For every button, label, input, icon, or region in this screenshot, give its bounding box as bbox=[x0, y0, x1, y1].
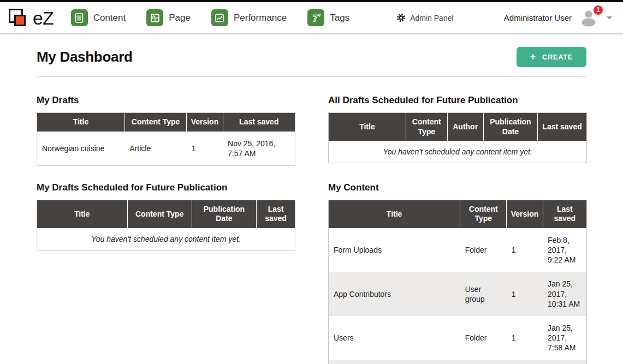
gear-icon bbox=[396, 13, 406, 22]
user-name: Administrator User bbox=[504, 13, 572, 22]
table-cell: User group bbox=[460, 272, 507, 316]
table-cell: 1 bbox=[507, 360, 543, 364]
table-header-row: TitleContent TypeVersionLast saved bbox=[37, 113, 295, 132]
table-row[interactable]: AppFolder1Jan 25, 2017, 7:55 AM bbox=[329, 360, 587, 364]
column-header: Publication Date bbox=[483, 113, 537, 141]
my-drafts-scheduled-panel: My Drafts Scheduled for Future Publicati… bbox=[37, 182, 295, 250]
page-header: My Dashboard + CREATE bbox=[37, 34, 586, 76]
content-icon bbox=[71, 9, 88, 26]
column-header: Last saved bbox=[223, 113, 295, 132]
menu-item-page[interactable]: Page bbox=[146, 9, 191, 26]
table-header-row: TitleContent TypeVersionLast saved bbox=[329, 200, 587, 228]
ez-logo-icon bbox=[8, 7, 29, 29]
table-empty-row: You haven't scheduled any content item y… bbox=[37, 228, 295, 250]
table-row[interactable]: Form UploadsFolder1Feb 8, 2017, 9:22 AM bbox=[329, 228, 587, 272]
table-cell: Folder bbox=[460, 360, 507, 364]
panel-title: My Content bbox=[328, 182, 587, 193]
table-cell: 1 bbox=[507, 316, 543, 360]
table-cell: Norwegian cuisine bbox=[37, 132, 125, 166]
column-header: Content Type bbox=[127, 200, 192, 228]
column-header: Content Type bbox=[406, 113, 447, 141]
panel-title: All Drafts Scheduled for Future Publicat… bbox=[328, 95, 587, 106]
my-drafts-panel: My Drafts TitleContent TypeVersionLast s… bbox=[37, 95, 295, 166]
my-drafts-scheduled-table: TitleContent TypePublication DateLast sa… bbox=[37, 200, 295, 250]
admin-panel-link[interactable]: Admin Panel bbox=[396, 13, 453, 22]
create-button[interactable]: + CREATE bbox=[517, 47, 586, 67]
column-header: Last saved bbox=[257, 200, 295, 228]
menu-item-tags[interactable]: Tags bbox=[307, 9, 349, 26]
menu-item-label: Tags bbox=[330, 13, 349, 23]
avatar[interactable]: 1 bbox=[579, 9, 599, 27]
my-drafts-table: TitleContent TypeVersionLast savedNorweg… bbox=[37, 112, 295, 166]
column-header: Author bbox=[447, 113, 483, 141]
panel-title: My Drafts Scheduled for Future Publicati… bbox=[37, 182, 295, 193]
column-header: Last saved bbox=[543, 200, 586, 228]
user-menu[interactable]: Administrator User 1 bbox=[504, 9, 612, 27]
my-content-table: TitleContent TypeVersionLast savedForm U… bbox=[328, 200, 587, 364]
table-cell: 1 bbox=[507, 272, 543, 316]
column-header: Last saved bbox=[538, 113, 587, 141]
performance-icon bbox=[211, 9, 228, 26]
tags-icon bbox=[307, 9, 324, 26]
table-row[interactable]: App ContributorsUser group1Jan 25, 2017,… bbox=[329, 272, 587, 316]
notification-badge[interactable]: 1 bbox=[593, 5, 603, 15]
menu-item-performance[interactable]: Performance bbox=[211, 9, 287, 26]
table-header-row: TitleContent TypeAuthorPublication DateL… bbox=[329, 113, 587, 141]
page-title: My Dashboard bbox=[37, 49, 133, 65]
column-header: Version bbox=[187, 113, 223, 132]
column-header: Title bbox=[329, 113, 406, 141]
table-cell: Users bbox=[329, 316, 460, 360]
chevron-down-icon bbox=[607, 16, 612, 20]
table-cell: Jan 25, 2017, 7:55 AM bbox=[543, 360, 586, 364]
my-content-panel: My Content TitleContent TypeVersionLast … bbox=[328, 182, 587, 364]
menu-item-label: Page bbox=[169, 13, 191, 23]
table-cell: Folder bbox=[460, 316, 507, 360]
all-drafts-scheduled-table: TitleContent TypeAuthorPublication DateL… bbox=[328, 112, 587, 163]
column-header: Version bbox=[507, 200, 543, 228]
column-header: Title bbox=[37, 113, 125, 132]
table-cell: Jan 25, 2017, 7:58 AM bbox=[543, 316, 586, 360]
all-drafts-scheduled-panel: All Drafts Scheduled for Future Publicat… bbox=[328, 95, 587, 163]
table-cell: 1 bbox=[187, 132, 223, 166]
menu-item-content[interactable]: Content bbox=[71, 9, 126, 26]
table-cell: Folder bbox=[460, 228, 507, 272]
create-button-label: CREATE bbox=[542, 53, 573, 61]
ez-logo[interactable]: eZ bbox=[8, 7, 54, 29]
top-navigation-bar: eZ Content Pag bbox=[0, 0, 623, 34]
main-menu: Content Page Performance bbox=[71, 9, 350, 26]
column-header: Publication Date bbox=[192, 200, 256, 228]
ez-logo-text: eZ bbox=[33, 9, 54, 27]
table-cell: App Contributors bbox=[329, 272, 460, 316]
table-cell: Nov 25, 2016, 7:57 AM bbox=[223, 132, 295, 166]
dashboard-grid: My Drafts TitleContent TypeVersionLast s… bbox=[37, 95, 586, 364]
table-empty-row: You haven't scheduled any content item y… bbox=[329, 141, 587, 163]
table-cell: Form Uploads bbox=[329, 228, 460, 272]
column-header: Content Type bbox=[460, 200, 507, 228]
page-icon bbox=[146, 9, 163, 26]
admin-panel-label: Admin Panel bbox=[410, 14, 453, 22]
plus-icon: + bbox=[530, 53, 536, 61]
empty-message: You haven't scheduled any content item y… bbox=[329, 141, 587, 163]
panel-title: My Drafts bbox=[37, 95, 295, 106]
table-row[interactable]: UsersFolder1Jan 25, 2017, 7:58 AM bbox=[329, 316, 587, 360]
dashboard-page: My Dashboard + CREATE My Drafts TitleCon… bbox=[0, 34, 623, 364]
table-cell: 1 bbox=[507, 228, 543, 272]
menu-item-label: Performance bbox=[234, 13, 287, 23]
table-cell: Article bbox=[124, 132, 187, 166]
table-row[interactable]: Norwegian cuisineArticle1Nov 25, 2016, 7… bbox=[37, 132, 295, 166]
menu-item-label: Content bbox=[93, 13, 126, 23]
column-header: Content Type bbox=[124, 113, 187, 132]
column-header: Title bbox=[37, 200, 128, 228]
empty-message: You haven't scheduled any content item y… bbox=[37, 228, 295, 250]
table-header-row: TitleContent TypePublication DateLast sa… bbox=[37, 200, 295, 228]
column-header: Title bbox=[329, 200, 460, 228]
table-cell: Feb 8, 2017, 9:22 AM bbox=[543, 228, 586, 272]
table-cell: App bbox=[329, 360, 460, 364]
table-cell: Jan 25, 2017, 10:31 AM bbox=[543, 272, 586, 316]
